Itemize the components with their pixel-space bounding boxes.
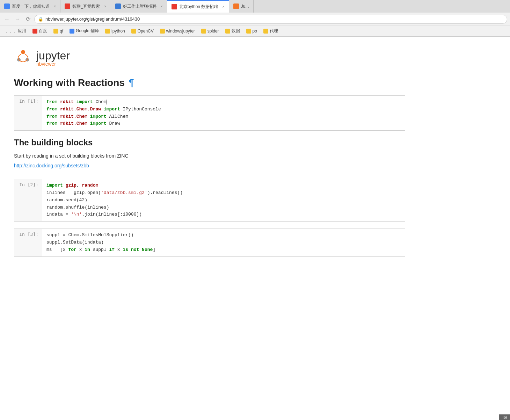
bookmark-shuju[interactable]: 数据 bbox=[223, 27, 243, 35]
cell-code-3: suppl = Chem.SmilesMolSupplier() suppl.S… bbox=[42, 229, 405, 256]
cell-label-3: In [3]: bbox=[14, 229, 42, 256]
browser-tab-tab1[interactable]: 百度一下，你就知道× bbox=[0, 0, 60, 13]
bookmark-label-shuju: 数据 bbox=[232, 28, 240, 34]
folder-icon-qf bbox=[53, 29, 58, 34]
bookmark-opencv[interactable]: OpenCV bbox=[129, 28, 156, 34]
tab-label-tab5: Ju... bbox=[241, 4, 249, 9]
tab-favicon-tab5 bbox=[233, 3, 239, 9]
tab-label-tab2: 智联_直觉搜索 bbox=[72, 3, 100, 9]
bookmark-spider[interactable]: spider bbox=[198, 28, 222, 34]
folder-icon-ipython bbox=[105, 29, 110, 34]
apps-icon: ⋮⋮⋮ bbox=[5, 29, 16, 33]
security-icon: 🔒 bbox=[38, 17, 43, 22]
browser-tab-tab2[interactable]: 智联_直觉搜索× bbox=[60, 0, 111, 13]
pilcrow-icon: ¶ bbox=[129, 77, 134, 88]
reload-button[interactable]: ⟳ bbox=[24, 15, 32, 23]
jupyter-header: jupyter nbviewer bbox=[14, 44, 405, 70]
bookmark-qf[interactable]: qf bbox=[51, 28, 66, 34]
tab-label-tab1: 百度一下，你就知道 bbox=[12, 3, 50, 9]
page-content: jupyter nbviewer Working with Reactions … bbox=[0, 37, 419, 285]
tab-label-tab4: 北京python 数据招聘 bbox=[179, 4, 218, 10]
bookmark-label-opencv: OpenCV bbox=[138, 29, 154, 34]
bookmark-label-po: po bbox=[253, 29, 257, 34]
zinc-link[interactable]: http://zinc.docking.org/subsets/zbb bbox=[14, 163, 89, 168]
svg-point-0 bbox=[21, 50, 25, 54]
forward-button[interactable]: → bbox=[13, 15, 22, 23]
cell-label-2: In [2]: bbox=[14, 179, 42, 221]
folder-icon-spider bbox=[201, 29, 206, 34]
building-blocks-heading: The building blocks bbox=[14, 138, 405, 147]
bookmark-google[interactable]: Google 翻译 bbox=[67, 27, 102, 35]
tab-favicon-tab4 bbox=[172, 4, 177, 9]
bookmark-label-ipython: ipython bbox=[111, 29, 125, 34]
bookmark-label-daima: 代理 bbox=[270, 28, 278, 34]
folder-icon-po bbox=[246, 29, 251, 34]
building-blocks-desc: Start by reading in a set of building bl… bbox=[14, 153, 405, 159]
browser-tab-tab4[interactable]: 北京python 数据招聘× bbox=[167, 0, 229, 13]
bookmark-baidu[interactable]: 百度 bbox=[30, 27, 50, 35]
favicon-icon-baidu bbox=[32, 29, 37, 34]
tab-close-tab3[interactable]: × bbox=[161, 4, 163, 8]
notebook-main-heading: Working with Reactions ¶ bbox=[14, 77, 405, 88]
tab-close-tab1[interactable]: × bbox=[54, 4, 56, 8]
folder-icon-daima bbox=[263, 29, 268, 34]
jupyter-nbviewer: nbviewer bbox=[36, 61, 70, 67]
bookmark-label-apps: 应用 bbox=[18, 28, 26, 34]
cell-code-1: from rdkit import Chem from rdkit.Chem.D… bbox=[42, 96, 405, 130]
bookmark-label-qf: qf bbox=[60, 29, 63, 34]
folder-icon-shuju bbox=[225, 29, 230, 34]
bookmark-po[interactable]: po bbox=[243, 28, 260, 34]
cell-label-1: In [1]: bbox=[14, 96, 42, 130]
bookmark-label-spider: spider bbox=[207, 29, 219, 34]
nav-bar: ← → ⟳ 🔒 nbviewer.jupyter.org/gist/gregla… bbox=[0, 13, 510, 26]
bookmark-ipython[interactable]: ipython bbox=[102, 28, 128, 34]
bookmark-label-windowsjupyter: windowsjupyter bbox=[166, 29, 195, 34]
building-blocks-section: The building blocks Start by reading in … bbox=[14, 138, 405, 168]
jupyter-logo-svg bbox=[14, 49, 32, 67]
bookmarks-bar: ⋮⋮⋮应用百度qfGoogle 翻译ipythonOpenCVwindowsju… bbox=[0, 26, 510, 36]
folder-icon-windowsjupyter bbox=[160, 29, 165, 34]
tab-label-tab3: 好工作上智联招聘 bbox=[123, 3, 156, 9]
cell-code-2: import gzip, random inlines = gzip.open(… bbox=[42, 179, 405, 221]
tab-close-tab4[interactable]: × bbox=[222, 5, 224, 9]
bookmark-windowsjupyter[interactable]: windowsjupyter bbox=[157, 28, 198, 34]
bookmark-label-baidu: 百度 bbox=[39, 28, 47, 34]
address-bar[interactable]: 🔒 nbviewer.jupyter.org/gist/greglandrum/… bbox=[34, 15, 507, 24]
url-text: nbviewer.jupyter.org/gist/greglandrum/43… bbox=[45, 16, 140, 22]
browser-tab-tab3[interactable]: 好工作上智联招聘× bbox=[111, 0, 167, 13]
bookmark-daima[interactable]: 代理 bbox=[261, 27, 281, 35]
folder-icon-opencv bbox=[131, 29, 136, 34]
code-cell-3: In [3]: suppl = Chem.SmilesMolSupplier()… bbox=[14, 229, 405, 256]
tab-bar: 百度一下，你就知道×智联_直觉搜索×好工作上智联招聘×北京python 数据招聘… bbox=[0, 0, 510, 13]
tab-close-tab2[interactable]: × bbox=[104, 4, 106, 8]
browser-tab-tab5[interactable]: Ju... bbox=[229, 0, 254, 13]
browser-chrome: 百度一下，你就知道×智联_直觉搜索×好工作上智联招聘×北京python 数据招聘… bbox=[0, 0, 510, 37]
jupyter-logo bbox=[14, 49, 32, 67]
code-cell-2: In [2]: import gzip, random inlines = gz… bbox=[14, 179, 405, 222]
back-button[interactable]: ← bbox=[3, 15, 11, 23]
bookmark-label-google: Google 翻译 bbox=[76, 28, 99, 34]
tab-favicon-tab1 bbox=[4, 3, 10, 9]
favicon-icon-google bbox=[70, 29, 74, 34]
notebook-content: Working with Reactions ¶ In [1]: from rd… bbox=[14, 70, 405, 271]
tab-favicon-tab3 bbox=[115, 3, 121, 9]
jupyter-title-area: jupyter nbviewer bbox=[36, 50, 70, 67]
bookmark-apps[interactable]: ⋮⋮⋮应用 bbox=[2, 27, 29, 35]
code-cell-1: In [1]: from rdkit import Chem from rdki… bbox=[14, 95, 405, 131]
tab-favicon-tab2 bbox=[65, 3, 70, 9]
jupyter-name: jupyter bbox=[36, 50, 70, 61]
